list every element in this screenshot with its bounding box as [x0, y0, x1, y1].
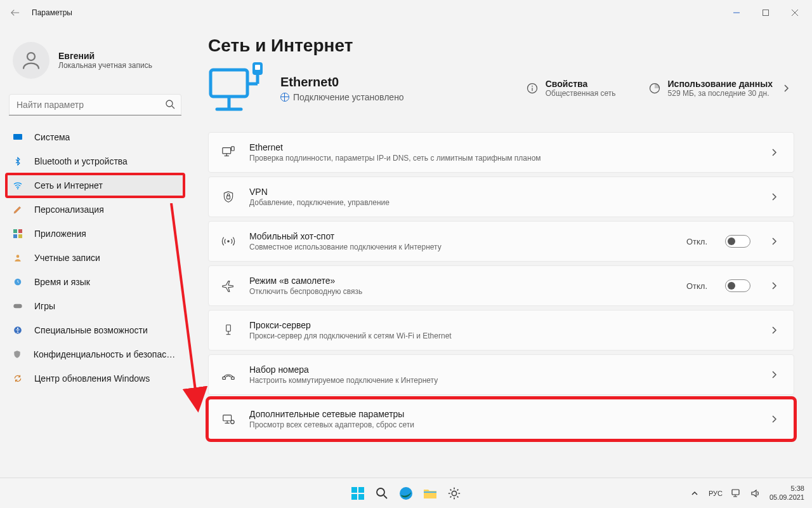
nav-apps[interactable]: Приложения	[6, 222, 184, 245]
nav-label: Игры	[34, 301, 55, 311]
card-hotspot[interactable]: Мобильный хот-спотСовместное использован…	[208, 221, 794, 262]
language-indicator[interactable]: РУС	[709, 490, 723, 497]
chevron-right-icon	[771, 192, 782, 201]
card-proxy[interactable]: Прокси-серверПрокси-сервер для подключен…	[208, 310, 794, 351]
hotspot-toggle[interactable]	[725, 235, 750, 248]
svg-line-48	[384, 495, 387, 498]
nav-bluetooth[interactable]: Bluetooth и устройства	[6, 150, 184, 173]
props-title: Свойства	[546, 79, 616, 89]
start-button[interactable]	[349, 485, 367, 502]
card-sub: Добавление, подключение, управление	[249, 198, 758, 207]
svg-rect-28	[223, 148, 231, 154]
chevron-right-icon	[783, 84, 794, 93]
network-status-row: Ethernet0 Подключение установлено Свойст…	[208, 61, 794, 116]
date-text: 05.09.2021	[769, 493, 804, 502]
info-icon	[525, 81, 539, 95]
update-icon	[13, 373, 23, 384]
nav-label: Центр обновления Windows	[34, 373, 150, 384]
nav-privacy[interactable]: Конфиденциальность и безопасность	[6, 343, 184, 366]
svg-line-4	[172, 106, 174, 109]
connection-name: Ethernet0	[280, 75, 404, 90]
nav-label: Время и язык	[34, 277, 90, 287]
usage-title: Использование данных	[668, 79, 773, 89]
network-illustration	[208, 61, 268, 116]
svg-rect-10	[13, 234, 17, 238]
avatar	[13, 42, 49, 79]
card-sub: Отключить беспроводную связь	[249, 287, 674, 296]
nav-label: Приложения	[34, 229, 86, 239]
nav-network[interactable]: Сеть и Интернет	[6, 174, 184, 197]
card-dialup[interactable]: Набор номераНастроить коммутируемое подк…	[208, 354, 794, 395]
network-tray-icon[interactable]	[731, 488, 742, 498]
chevron-right-icon	[771, 148, 782, 157]
nav-accounts[interactable]: Учетные записи	[6, 246, 184, 269]
explorer-icon[interactable]	[421, 485, 439, 502]
nav-label: Bluetooth и устройства	[34, 156, 128, 166]
svg-rect-34	[226, 325, 231, 331]
chevron-right-icon	[771, 326, 782, 335]
svg-rect-14	[13, 304, 22, 309]
nav-time[interactable]: Время и язык	[6, 271, 184, 293]
nav-personalization[interactable]: Персонализация	[6, 198, 184, 221]
taskbar-search-button[interactable]	[373, 485, 391, 502]
system-icon	[13, 132, 23, 142]
card-airplane[interactable]: Режим «в самолете»Отключить беспроводную…	[208, 265, 794, 306]
svg-rect-1	[763, 10, 769, 16]
nav-label: Сеть и Интернет	[34, 180, 103, 190]
properties-block[interactable]: Свойства Общественная сеть	[525, 79, 616, 98]
card-vpn[interactable]: VPNДобавление, подключение, управление	[208, 177, 794, 217]
chevron-right-icon	[771, 237, 782, 246]
card-title: VPN	[249, 187, 758, 197]
clock[interactable]: 5:38 05.09.2021	[769, 485, 804, 501]
usage-block[interactable]: Использование данных 529 МБ, за последни…	[648, 79, 794, 98]
search-input[interactable]	[9, 94, 181, 116]
close-button[interactable]	[780, 3, 809, 23]
svg-rect-37	[223, 377, 226, 380]
account-block[interactable]: Евгений Локальная учетная запись	[0, 30, 190, 91]
svg-rect-23	[255, 65, 260, 70]
nav-label: Учетные записи	[34, 253, 100, 263]
proxy-icon	[220, 323, 237, 337]
card-ethernet[interactable]: EthernetПроверка подлинности, параметры …	[208, 132, 794, 173]
apps-icon	[13, 229, 23, 239]
tray-chevron-up-icon[interactable]	[690, 488, 700, 498]
search-box[interactable]	[9, 94, 181, 116]
svg-rect-32	[227, 196, 230, 199]
minimize-button[interactable]	[722, 3, 751, 23]
svg-rect-5	[13, 134, 22, 140]
system-tray: РУС 5:38 05.09.2021	[690, 485, 812, 501]
settings-app-icon[interactable]	[445, 485, 463, 502]
card-sub: Проверка подлинности, параметры IP-и DNS…	[249, 154, 758, 163]
card-title: Режим «в самолете»	[249, 276, 674, 286]
svg-point-26	[532, 86, 533, 87]
nav-update[interactable]: Центр обновления Windows	[6, 367, 184, 390]
nav-games[interactable]: Игры	[6, 295, 184, 318]
volume-tray-icon[interactable]	[750, 488, 761, 498]
nav-accessibility[interactable]: Специальные возможности	[6, 319, 184, 342]
search-icon	[165, 99, 175, 109]
ethernet-icon	[220, 145, 237, 159]
svg-rect-39	[223, 415, 232, 421]
svg-rect-9	[18, 229, 22, 233]
usage-icon	[648, 81, 662, 95]
chevron-right-icon	[771, 415, 782, 424]
usage-sub: 529 МБ, за последние 30 дн.	[668, 89, 773, 98]
edge-icon[interactable]	[397, 485, 415, 502]
globe-icon	[280, 93, 289, 102]
sidebar: Евгений Локальная учетная запись Система…	[0, 25, 190, 478]
airplane-toggle[interactable]	[725, 279, 750, 292]
toggle-label: Откл.	[686, 281, 707, 291]
svg-rect-38	[232, 377, 235, 380]
card-sub: Прокси-сервер для подключений к сетям Wi…	[249, 331, 758, 340]
nav-system[interactable]: Система	[6, 126, 184, 149]
back-button[interactable]	[3, 0, 28, 25]
svg-point-33	[227, 240, 230, 243]
nav-label: Персонализация	[34, 204, 104, 215]
maximize-button[interactable]	[751, 3, 780, 23]
wifi-icon	[13, 180, 23, 190]
account-subtitle: Локальная учетная запись	[58, 61, 152, 70]
svg-point-47	[377, 488, 384, 496]
card-advanced-network[interactable]: Дополнительные сетевые параметрыПросмотр…	[208, 399, 794, 439]
nav-label: Система	[34, 132, 70, 142]
svg-point-16	[17, 328, 18, 329]
